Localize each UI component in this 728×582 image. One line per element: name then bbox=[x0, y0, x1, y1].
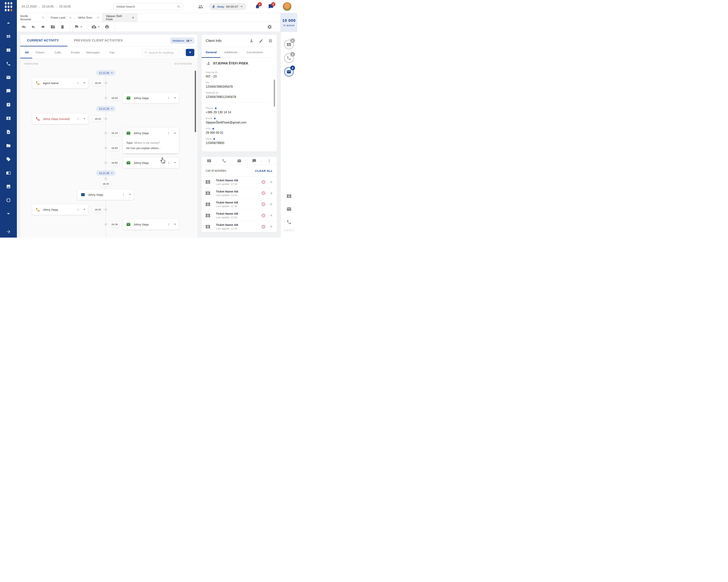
global-search[interactable] bbox=[113, 3, 183, 10]
agent-status-selector[interactable]: Away 00:00:07 bbox=[209, 3, 246, 10]
sidebar-item-folder[interactable] bbox=[0, 139, 17, 152]
chevron-down-icon[interactable] bbox=[83, 82, 85, 84]
filter-messages[interactable]: Messages bbox=[86, 47, 100, 58]
sidebar-item-chevron-down[interactable] bbox=[0, 207, 17, 221]
error-icon[interactable] bbox=[261, 214, 265, 218]
rail-bottom-email-icon[interactable] bbox=[286, 206, 292, 212]
close-icon[interactable] bbox=[269, 225, 273, 228]
filter-fax[interactable]: Fax bbox=[110, 47, 114, 58]
settings-gear-icon[interactable] bbox=[267, 24, 272, 29]
sidebar-item-donut-chart[interactable] bbox=[0, 193, 17, 207]
sidebar-item-chat[interactable] bbox=[0, 84, 17, 98]
sidebar-item-dashboard[interactable] bbox=[0, 30, 17, 43]
rail-bottom-contact-card-icon[interactable] bbox=[286, 194, 292, 199]
email-card[interactable]: Johny Depp bbox=[123, 219, 179, 230]
notifications-button[interactable]: 5 bbox=[255, 4, 260, 9]
call-card-agent[interactable]: Agent Name bbox=[32, 78, 88, 88]
user-avatar[interactable] bbox=[283, 2, 291, 11]
tab-previous-activities[interactable]: PREVIOUS CLIENT ACTIVITIES bbox=[74, 35, 123, 47]
activity-row[interactable]: Ticket Name ABLast update: 12:34 bbox=[202, 210, 277, 221]
activities-tool-contact-card[interactable] bbox=[202, 157, 216, 165]
delete-button[interactable] bbox=[60, 24, 65, 29]
filter-tickets[interactable]: Tickets bbox=[35, 47, 45, 58]
activities-tool-phone[interactable] bbox=[216, 157, 232, 165]
close-icon[interactable]: ✕ bbox=[69, 16, 72, 19]
close-icon[interactable] bbox=[269, 214, 273, 217]
kebab-menu-icon[interactable] bbox=[167, 96, 170, 100]
kebab-menu-icon[interactable] bbox=[167, 223, 170, 226]
chevron-down-icon[interactable] bbox=[83, 209, 85, 210]
client-info-scrollbar[interactable] bbox=[274, 80, 275, 107]
add-activity-button[interactable]: + bbox=[186, 49, 194, 56]
sidebar-item-document[interactable] bbox=[0, 125, 17, 139]
call-card[interactable]: Johny Depp bbox=[32, 204, 88, 215]
filter-emails[interactable]: Emails bbox=[71, 47, 80, 58]
chevron-up-icon[interactable] bbox=[174, 133, 176, 134]
kebab-menu-icon[interactable] bbox=[76, 117, 80, 120]
forward-button[interactable] bbox=[41, 24, 46, 29]
chevron-down-icon[interactable] bbox=[129, 194, 131, 195]
tab-current-activity[interactable]: CURRENT ACTIVITY bbox=[27, 35, 59, 47]
clear-all-button[interactable]: CLEAR ALL bbox=[255, 165, 272, 176]
chevron-down-icon[interactable] bbox=[83, 118, 85, 119]
rail-email-button[interactable]: 2 bbox=[284, 67, 294, 77]
sidebar-item-email[interactable] bbox=[0, 71, 17, 84]
app-logo[interactable] bbox=[0, 0, 17, 13]
missed-call-card[interactable]: Johny Depp (missed) bbox=[32, 113, 88, 124]
rail-phone-button[interactable]: 1 bbox=[284, 53, 294, 63]
print-button[interactable] bbox=[105, 24, 109, 29]
sidebar-item-help[interactable]: ? bbox=[0, 98, 17, 111]
messages-button[interactable]: 5 bbox=[268, 4, 274, 9]
filter-all[interactable]: All bbox=[25, 47, 29, 58]
close-icon[interactable]: ✕ bbox=[97, 16, 99, 19]
activity-row[interactable]: Ticket Name ABLast update: 12:34 bbox=[202, 188, 277, 199]
sidebar-item-ticket[interactable] bbox=[0, 43, 17, 57]
activities-tool-chat[interactable] bbox=[246, 157, 262, 165]
client-info-tab-additional[interactable]: Additional bbox=[224, 47, 237, 58]
rail-bottom-phone-icon[interactable] bbox=[286, 220, 292, 225]
filter-calls[interactable]: Calls bbox=[55, 47, 61, 58]
activities-tool-email[interactable] bbox=[232, 157, 246, 165]
close-icon[interactable]: ✕ bbox=[42, 16, 44, 19]
sidebar-expand-button[interactable] bbox=[0, 229, 17, 234]
error-icon[interactable] bbox=[261, 202, 265, 206]
client-tab[interactable]: Stjepan Štefi Pisek✕ bbox=[102, 13, 137, 22]
close-icon[interactable] bbox=[269, 202, 273, 206]
kebab-menu-icon[interactable] bbox=[122, 193, 125, 196]
client-profile-icon[interactable] bbox=[249, 39, 254, 43]
reply-button[interactable] bbox=[31, 24, 36, 29]
chevron-down-icon[interactable] bbox=[174, 224, 176, 225]
flag-button[interactable] bbox=[74, 24, 82, 29]
timeline-scrollbar[interactable] bbox=[195, 71, 196, 132]
date-chip[interactable]: 13.12.20 bbox=[96, 106, 115, 111]
kebab-menu-icon[interactable] bbox=[76, 208, 80, 211]
sidebar-item-chevron-up[interactable] bbox=[0, 16, 17, 30]
chevron-down-icon[interactable] bbox=[174, 162, 176, 163]
close-icon[interactable]: ✕ bbox=[132, 16, 134, 19]
activity-row[interactable]: Ticket Name ABLast update: 12:34 bbox=[202, 221, 277, 232]
kebab-menu-icon[interactable] bbox=[167, 132, 170, 135]
global-search-input[interactable] bbox=[116, 5, 177, 8]
sidebar-item-image[interactable] bbox=[0, 179, 17, 193]
reply-all-button[interactable] bbox=[21, 24, 26, 29]
sidebar-item-tag[interactable] bbox=[0, 152, 17, 166]
people-icon[interactable] bbox=[198, 4, 203, 9]
email-card[interactable]: Johny Depp bbox=[123, 93, 179, 103]
activities-tool-kebab[interactable] bbox=[262, 157, 277, 165]
activity-row[interactable]: Ticket Name ABLast update: 12:34 bbox=[202, 176, 277, 188]
sidebar-item-contact-card[interactable] bbox=[0, 111, 17, 125]
error-icon[interactable] bbox=[261, 225, 265, 229]
client-tab[interactable]: Đorđe Bosanac✕ bbox=[17, 13, 47, 22]
client-info-tab-connections[interactable]: Connections bbox=[246, 47, 263, 58]
apps-grid-icon[interactable] bbox=[268, 39, 272, 43]
email-card-expanded[interactable]: Johny Depp Topic: Where is my money? Hi!… bbox=[123, 128, 179, 154]
rail-contact-card-button[interactable]: 2 bbox=[284, 40, 294, 49]
sidebar-item-phone[interactable] bbox=[0, 57, 17, 71]
error-icon[interactable] bbox=[261, 180, 265, 184]
kebab-menu-icon[interactable] bbox=[76, 81, 80, 85]
timeline-search[interactable] bbox=[142, 49, 179, 56]
email-card[interactable]: Johny Depp bbox=[123, 158, 179, 168]
timeline-search-input[interactable] bbox=[149, 51, 177, 54]
date-chip[interactable]: 14.12.20 bbox=[96, 170, 115, 176]
kebab-menu-icon[interactable] bbox=[167, 161, 170, 164]
